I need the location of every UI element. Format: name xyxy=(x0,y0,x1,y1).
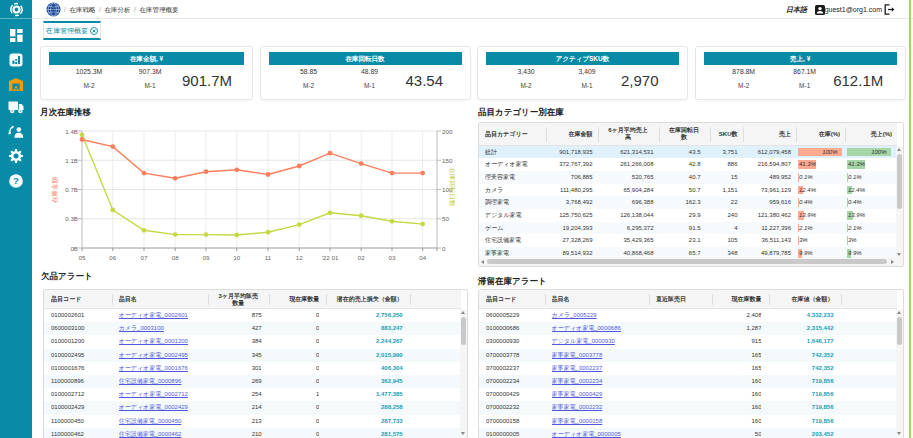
svg-text:200: 200 xyxy=(442,128,453,135)
svg-text:02: 02 xyxy=(358,254,365,261)
svg-text:?: ? xyxy=(13,175,19,186)
svg-text:0: 0 xyxy=(442,245,446,252)
svg-text:06: 06 xyxy=(109,254,116,261)
svg-text:08: 08 xyxy=(172,254,179,261)
svg-text:150: 150 xyxy=(442,157,453,164)
svg-text:10: 10 xyxy=(233,254,240,261)
svg-text:04: 04 xyxy=(419,254,426,261)
svg-text:在庫回転日数: 在庫回転日数 xyxy=(449,168,456,208)
svg-text:'22 01: '22 01 xyxy=(322,254,339,261)
svg-text:09: 09 xyxy=(203,254,210,261)
svg-text:0B: 0B xyxy=(70,245,78,252)
svg-text:在庫金額: 在庫金額 xyxy=(51,177,59,204)
svg-text:1.1B: 1.1B xyxy=(65,157,78,164)
svg-text:50: 50 xyxy=(442,215,449,222)
svg-text:1.4B: 1.4B xyxy=(65,128,78,135)
svg-text:07: 07 xyxy=(141,254,148,261)
svg-text:12: 12 xyxy=(296,254,303,261)
svg-text:05: 05 xyxy=(79,254,86,261)
svg-text:11: 11 xyxy=(265,254,272,261)
svg-text:03: 03 xyxy=(389,254,396,261)
svg-text:0.3B: 0.3B xyxy=(65,215,78,222)
svg-text:0.7B: 0.7B xyxy=(65,186,78,193)
